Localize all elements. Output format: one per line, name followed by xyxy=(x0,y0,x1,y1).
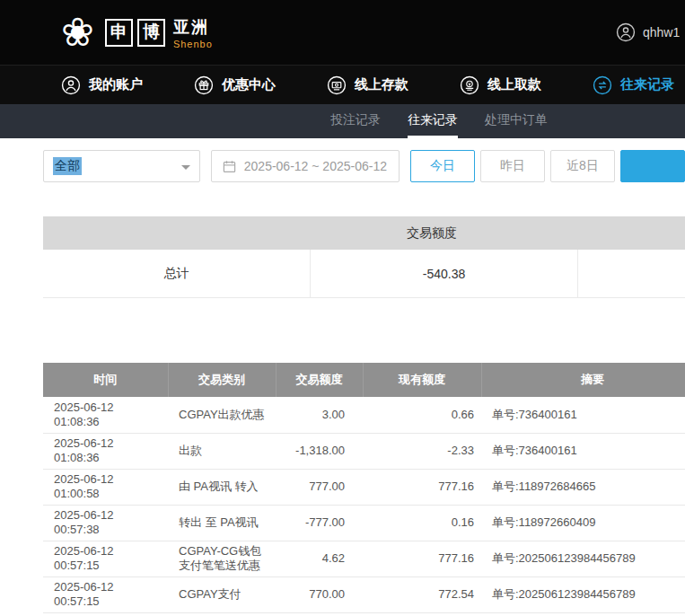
summary-empty-cell xyxy=(578,250,685,297)
range-today-button[interactable]: 今日 xyxy=(410,150,475,182)
nav-item-transactions[interactable]: 往来记录 xyxy=(593,75,674,95)
cell-amount: 770.00 xyxy=(276,576,363,612)
brand-logo: ❀ 申 博 亚洲 Shenbo xyxy=(61,13,213,52)
cell-amount: -1,318.00 xyxy=(276,433,363,469)
brand-char-bo: 博 xyxy=(137,19,165,47)
table-row: 2025-06-12 01:08:36 出款 -1,318.00 -2.33 单… xyxy=(43,433,685,469)
cell-amount: -777.00 xyxy=(276,505,363,541)
cell-amount: 4.62 xyxy=(276,541,363,576)
flower-logo-icon: ❀ xyxy=(61,13,94,52)
nav-item-my-account[interactable]: 我的账户 xyxy=(61,75,143,95)
summary-total-value: -540.38 xyxy=(311,250,578,297)
type-select[interactable]: 全部 xyxy=(43,150,200,182)
brand-char-shen: 申 xyxy=(105,19,133,47)
cell-summary: 单号:118972660409 xyxy=(481,505,685,541)
cell-type: 出款 xyxy=(168,433,276,469)
filter-bar: 全部 2025-06-12 ~ 2025-06-12 今日 昨日 近8日 xyxy=(43,150,685,182)
cell-type: 由 PA视讯 转入 xyxy=(168,469,276,505)
records-icon xyxy=(593,75,612,95)
cell-time: 2025-06-12 01:08:36 xyxy=(43,397,168,433)
cell-type: CGPAY出款优惠 xyxy=(168,397,276,433)
cell-balance: 0.16 xyxy=(363,505,481,541)
nav-label: 线上存款 xyxy=(355,76,408,93)
calendar-icon xyxy=(223,160,236,173)
table-header-row: 时间 交易类别 交易额度 现有额度 摘要 xyxy=(43,363,685,397)
date-range-value: 2025-06-12 ~ 2025-06-12 xyxy=(244,159,387,173)
nav-item-withdraw[interactable]: 线上取款 xyxy=(460,75,541,95)
table-row: 2025-06-12 00:57:15 CGPAY支付 770.00 772.5… xyxy=(43,576,685,612)
cell-time: 2025-06-12 01:00:58 xyxy=(43,469,168,505)
records-table: 时间 交易类别 交易额度 现有额度 摘要 2025-06-12 01:08:36… xyxy=(43,363,685,613)
cell-type: CGPAY-CG钱包支付笔笔送优惠 xyxy=(168,541,276,576)
range-8days-button[interactable]: 近8日 xyxy=(550,150,615,182)
username: qhhw1 xyxy=(643,25,680,40)
range-more-button[interactable] xyxy=(620,150,685,182)
header-summary: 摘要 xyxy=(481,363,685,397)
top-header: ❀ 申 博 亚洲 Shenbo qhhw1 xyxy=(0,0,685,65)
chevron-down-icon xyxy=(181,165,190,174)
cell-balance: -2.33 xyxy=(363,433,481,469)
table-row: 2025-06-12 00:57:38 转出 至 PA视讯 -777.00 0.… xyxy=(43,505,685,541)
cell-time: 2025-06-12 01:08:36 xyxy=(43,433,168,469)
nav-label: 优惠中心 xyxy=(222,76,276,93)
cell-amount: 777.00 xyxy=(276,469,363,505)
cell-balance: 0.66 xyxy=(363,397,481,433)
summary-total-row: 总计 -540.38 xyxy=(43,250,685,298)
brand-region-cn: 亚洲 xyxy=(173,16,213,38)
tab-bet-records[interactable]: 投注记录 xyxy=(330,104,381,138)
table-body: 2025-06-12 01:08:36 CGPAY出款优惠 3.00 0.66 … xyxy=(43,397,685,612)
cell-type: CGPAY支付 xyxy=(168,576,276,612)
main-nav: 我的账户 优惠中心 线上存款 线上取款 往来 xyxy=(0,65,685,104)
date-range-input[interactable]: 2025-06-12 ~ 2025-06-12 xyxy=(211,150,400,182)
nav-label: 往来记录 xyxy=(620,76,674,93)
tab-pending-orders[interactable]: 处理中订单 xyxy=(485,104,548,138)
sub-nav: 投注记录 往来记录 处理中订单 xyxy=(0,104,685,138)
summary-total-label: 总计 xyxy=(43,250,311,297)
summary-table: 交易额度 总计 -540.38 xyxy=(43,216,685,298)
cell-balance: 777.16 xyxy=(363,541,481,576)
table-row: 2025-06-12 00:57:15 CGPAY-CG钱包支付笔笔送优惠 4.… xyxy=(43,541,685,576)
cell-time: 2025-06-12 00:57:38 xyxy=(43,505,168,541)
cell-summary: 单号:202506123984456789 xyxy=(481,541,685,576)
account-icon xyxy=(61,75,81,95)
withdraw-icon xyxy=(460,75,479,95)
nav-item-promotions[interactable]: 优惠中心 xyxy=(194,75,276,95)
header-balance: 现有额度 xyxy=(363,363,481,397)
table-row: 2025-06-12 01:00:58 由 PA视讯 转入 777.00 777… xyxy=(43,469,685,505)
tab-transaction-records[interactable]: 往来记录 xyxy=(408,104,458,138)
brand-region-block: 亚洲 Shenbo xyxy=(173,16,213,49)
records-table-wrap: 时间 交易类别 交易额度 现有额度 摘要 2025-06-12 01:08:36… xyxy=(43,363,685,613)
cell-balance: 772.54 xyxy=(363,576,481,612)
user-account[interactable]: qhhw1 xyxy=(616,22,680,42)
range-yesterday-button[interactable]: 昨日 xyxy=(480,150,545,182)
cell-summary: 单号:202506123984456789 xyxy=(481,576,685,612)
user-avatar-icon xyxy=(616,22,636,42)
cell-summary: 单号:736400161 xyxy=(481,397,685,433)
quick-range-buttons: 今日 昨日 近8日 xyxy=(410,150,685,182)
nav-item-deposit[interactable]: 线上存款 xyxy=(327,75,408,95)
type-select-value: 全部 xyxy=(53,157,82,175)
promo-icon xyxy=(194,75,214,95)
nav-label: 线上取款 xyxy=(487,76,541,93)
brand-region-en: Shenbo xyxy=(173,39,213,49)
table-row: 2025-06-12 01:08:36 CGPAY出款优惠 3.00 0.66 … xyxy=(43,397,685,433)
cell-balance: 777.16 xyxy=(363,469,481,505)
cell-time: 2025-06-12 00:57:15 xyxy=(43,576,168,612)
summary-header: 交易额度 xyxy=(43,216,685,250)
cell-summary: 单号:736400161 xyxy=(481,433,685,469)
nav-label: 我的账户 xyxy=(89,76,143,93)
deposit-icon xyxy=(327,75,347,95)
header-type: 交易类别 xyxy=(168,363,276,397)
header-amount: 交易额度 xyxy=(276,363,363,397)
header-time: 时间 xyxy=(43,363,168,397)
cell-time: 2025-06-12 00:57:15 xyxy=(43,541,168,576)
cell-amount: 3.00 xyxy=(276,397,363,433)
cell-type: 转出 至 PA视讯 xyxy=(168,505,276,541)
cell-summary: 单号:118972684665 xyxy=(481,469,685,505)
